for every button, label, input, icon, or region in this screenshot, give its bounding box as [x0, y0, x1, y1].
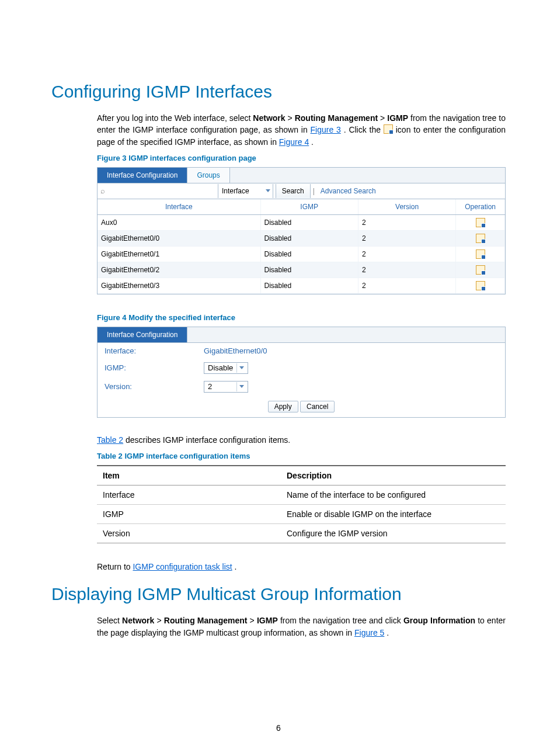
- text: Select: [97, 616, 122, 625]
- edit-icon[interactable]: [476, 218, 485, 227]
- cell-interface: GigabitEthernet0/2: [98, 262, 260, 278]
- col-operation: Operation: [456, 199, 505, 215]
- cell-interface: GigabitEthernet0/0: [98, 230, 260, 246]
- link-table-2[interactable]: Table 2: [97, 435, 123, 445]
- figure-3-panel: Interface Configuration Groups ⌕ Interfa…: [97, 167, 506, 294]
- separator: |: [311, 187, 317, 195]
- label-interface: Interface:: [105, 346, 204, 355]
- version-select[interactable]: 2: [204, 381, 248, 393]
- tab-interface-configuration[interactable]: Interface Configuration: [98, 327, 187, 342]
- cell-version: 2: [358, 214, 455, 230]
- caption-figure-3: Figure 3 IGMP interfaces configuration p…: [97, 154, 506, 162]
- figure-4-panel: Interface Configuration Interface: Gigab…: [97, 327, 506, 418]
- breadcrumb-sep: >: [250, 616, 257, 625]
- breadcrumb-routing: Routing Management: [164, 616, 248, 625]
- cell-igmp: Disabled: [260, 214, 358, 230]
- edit-icon[interactable]: [476, 265, 485, 275]
- breadcrumb-network: Network: [253, 113, 285, 123]
- text: . Click the: [344, 125, 384, 134]
- cancel-button[interactable]: Cancel: [300, 401, 335, 412]
- cell-igmp: Disabled: [260, 230, 358, 246]
- col-igmp[interactable]: IGMP: [260, 199, 358, 215]
- value-interface: GigabitEthernet0/0: [204, 346, 267, 355]
- text: Return to: [97, 562, 133, 571]
- link-figure-4[interactable]: Figure 4: [279, 137, 309, 147]
- apply-button[interactable]: Apply: [268, 401, 298, 412]
- text: describes IGMP interface configuration i…: [126, 435, 290, 445]
- search-input[interactable]: [108, 185, 218, 197]
- cell-igmp: Disabled: [260, 278, 358, 293]
- text: .: [387, 628, 389, 637]
- edit-icon[interactable]: [476, 234, 485, 243]
- cell-version: 2: [358, 278, 455, 293]
- tab-groups[interactable]: Groups: [187, 168, 229, 183]
- search-icon: ⌕: [98, 186, 108, 195]
- version-select-value: 2: [208, 382, 212, 391]
- breadcrumb-sep: >: [380, 113, 387, 123]
- cell-desc: Enable or disable IGMP on the interface: [281, 505, 506, 524]
- col-version[interactable]: Version: [358, 199, 455, 215]
- cell-version: 2: [358, 246, 455, 262]
- table-row: GigabitEthernet0/3 Disabled 2: [98, 278, 505, 293]
- edit-icon: [384, 124, 393, 134]
- cell-desc: Configure the IGMP version: [281, 524, 506, 543]
- advanced-search-link[interactable]: Advanced Search: [317, 187, 380, 195]
- cell-interface: GigabitEthernet0/3: [98, 278, 260, 293]
- text: .: [235, 562, 237, 571]
- chevron-down-icon: [239, 366, 244, 369]
- interface-table: Interface IGMP Version Operation Aux0 Di…: [98, 199, 505, 294]
- link-figure-5[interactable]: Figure 5: [354, 628, 384, 637]
- igmp-select[interactable]: Disable: [204, 362, 248, 374]
- edit-icon[interactable]: [476, 281, 485, 290]
- label-version: Version:: [105, 382, 204, 391]
- heading-displaying-igmp: Displaying IGMP Multicast Group Informat…: [51, 584, 506, 604]
- breadcrumb-igmp: IGMP: [387, 113, 408, 123]
- link-task-list[interactable]: IGMP configuration task list: [133, 562, 232, 571]
- cell-interface: Aux0: [98, 214, 260, 230]
- col-item: Item: [97, 466, 281, 485]
- page-number: 6: [0, 723, 557, 733]
- cell-igmp: Disabled: [260, 246, 358, 262]
- cell-item: Version: [97, 524, 281, 543]
- breadcrumb-sep: >: [156, 616, 163, 625]
- text: .: [311, 137, 314, 147]
- intro-paragraph-1: After you log into the Web interface, se…: [97, 112, 506, 148]
- cell-version: 2: [358, 262, 455, 278]
- caption-figure-4: Figure 4 Modify the specified interface: [97, 313, 506, 322]
- table-row: GigabitEthernet0/1 Disabled 2: [98, 246, 505, 262]
- breadcrumb-igmp: IGMP: [257, 616, 278, 625]
- col-interface[interactable]: Interface: [98, 199, 260, 215]
- breadcrumb-routing: Routing Management: [295, 113, 378, 123]
- config-items-table: Item Description Interface Name of the i…: [97, 465, 506, 543]
- tab-interface-configuration[interactable]: Interface Configuration: [98, 168, 187, 183]
- cell-item: IGMP: [97, 505, 281, 524]
- intro-paragraph-2: Select Network > Routing Management > IG…: [97, 615, 506, 639]
- chevron-down-icon: [239, 385, 244, 388]
- breadcrumb-sep: >: [288, 113, 295, 123]
- text: from the navigation tree and click: [280, 616, 403, 625]
- cell-interface: GigabitEthernet0/1: [98, 246, 260, 262]
- heading-configuring-igmp: Configuring IGMP Interfaces: [51, 82, 506, 102]
- breadcrumb-group-info: Group Information: [403, 616, 475, 625]
- table-row: Interface Name of the interface to be co…: [97, 485, 506, 505]
- table-row: IGMP Enable or disable IGMP on the inter…: [97, 505, 506, 524]
- cell-item: Interface: [97, 485, 281, 505]
- search-field-value: Interface: [222, 187, 249, 195]
- search-button[interactable]: Search: [276, 184, 311, 198]
- breadcrumb-network: Network: [122, 616, 154, 625]
- table-row: GigabitEthernet0/0 Disabled 2: [98, 230, 505, 246]
- label-igmp: IGMP:: [105, 363, 204, 372]
- table-row: Version Configure the IGMP version: [97, 524, 506, 543]
- edit-icon[interactable]: [476, 249, 485, 259]
- cell-igmp: Disabled: [260, 262, 358, 278]
- col-description: Description: [281, 466, 506, 485]
- table-row: Aux0 Disabled 2: [98, 214, 505, 230]
- link-figure-3[interactable]: Figure 3: [311, 125, 341, 134]
- search-field-select[interactable]: Interface: [218, 184, 273, 198]
- cell-desc: Name of the interface to be configured: [281, 485, 506, 505]
- text: After you log into the Web interface, se…: [97, 113, 253, 123]
- igmp-select-value: Disable: [208, 363, 233, 372]
- chevron-down-icon: [266, 189, 270, 192]
- table-row: GigabitEthernet0/2 Disabled 2: [98, 262, 505, 278]
- cell-version: 2: [358, 230, 455, 246]
